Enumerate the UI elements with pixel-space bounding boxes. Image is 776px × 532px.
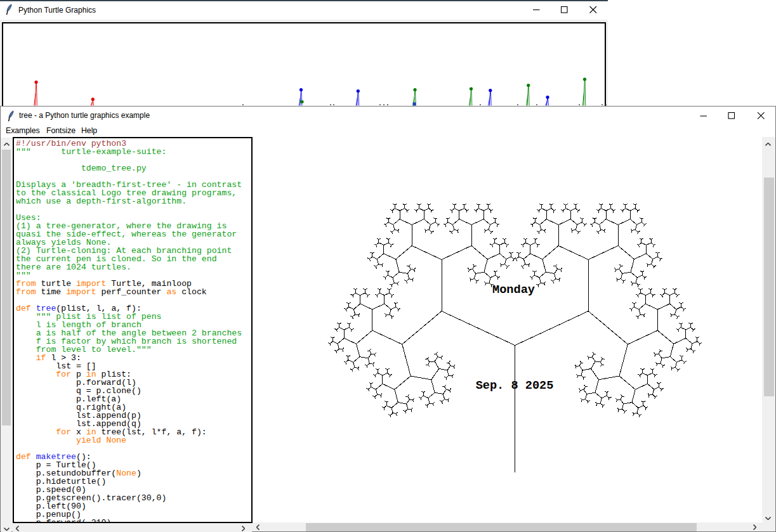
svg-text:Monday: Monday <box>492 283 535 297</box>
svg-text:Sep. 8 2025: Sep. 8 2025 <box>476 379 554 393</box>
